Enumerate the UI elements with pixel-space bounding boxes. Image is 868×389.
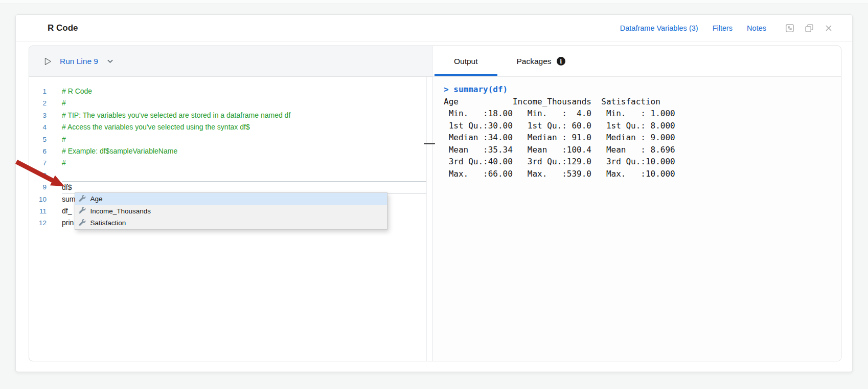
line-number: 7 — [29, 157, 47, 169]
autocomplete-item-label: Satisfaction — [90, 219, 126, 227]
autocomplete-dropdown: AgeIncome_ThousandsSatisfaction — [75, 192, 387, 230]
chevron-down-icon[interactable] — [105, 56, 116, 67]
line-number: 2 — [29, 97, 47, 109]
run-play-icon[interactable] — [42, 56, 53, 67]
expand-icon[interactable] — [785, 23, 795, 33]
line-number: 10 — [29, 193, 47, 205]
line-text: # — [62, 134, 426, 145]
close-icon[interactable] — [824, 23, 834, 33]
line-number: 9 — [29, 181, 47, 193]
autocomplete-item-income_thousands[interactable]: Income_Thousands — [75, 205, 387, 218]
line-text: # — [62, 97, 426, 109]
run-line-button[interactable]: Run Line 9 — [60, 57, 98, 66]
r-code-widget: R Code Dataframe Variables (3)FiltersNot… — [15, 14, 853, 372]
code-line[interactable]: 6# Example: df$sampleVariableName — [29, 145, 426, 157]
line-text: # TIP: The variables you've selected are… — [62, 110, 426, 121]
line-text: # Example: df$sampleVariableName — [62, 145, 426, 157]
splitter-handle-icon[interactable] — [424, 143, 435, 144]
output-pane: OutputPackagesi > summary(df) Age Income… — [432, 46, 841, 361]
autocomplete-item-label: Age — [90, 195, 103, 203]
tab-packages[interactable]: Packagesi — [497, 46, 585, 76]
autocomplete-item-label: Income_Thousands — [90, 207, 151, 215]
wrench-icon — [79, 195, 86, 204]
header-link-dataframe-variables-3[interactable]: Dataframe Variables (3) — [620, 24, 698, 32]
header-window-icons — [785, 23, 834, 33]
line-text: df$ — [62, 181, 426, 193]
screenshot-stage: R Code Dataframe Variables (3)FiltersNot… — [0, 0, 868, 389]
line-text — [62, 169, 426, 181]
tab-label: Output — [454, 57, 478, 66]
line-number: 8 — [29, 169, 47, 181]
code-line[interactable]: 7# — [29, 157, 426, 169]
code-line[interactable]: 9df$ — [29, 181, 426, 193]
code-line[interactable]: 5# — [29, 134, 426, 145]
header-links: Dataframe Variables (3)FiltersNotes — [620, 24, 766, 32]
summary-table-text: Age Income_Thousands Satisfaction Min. :… — [444, 96, 836, 180]
line-text: # Access the variables you've selected u… — [62, 121, 426, 133]
page-title: R Code — [48, 23, 78, 33]
line-text: # R Code — [62, 85, 426, 97]
code-line[interactable]: 4# Access the variables you've selected … — [29, 121, 426, 133]
code-line[interactable]: 1# R Code — [29, 85, 426, 97]
header-link-notes[interactable]: Notes — [747, 24, 766, 32]
line-number: 12 — [29, 217, 47, 229]
output-tabs: OutputPackagesi — [432, 46, 841, 77]
tab-label: Packages — [517, 57, 552, 66]
code-line[interactable]: 2# — [29, 97, 426, 109]
autocomplete-item-satisfaction[interactable]: Satisfaction — [75, 217, 387, 229]
editor-pane: Run Line 9 1# R Code2#3# TIP: The variab… — [29, 46, 432, 361]
header-actions: Dataframe Variables (3)FiltersNotes — [620, 23, 834, 33]
line-number: 4 — [29, 121, 47, 133]
editor-toolbar: Run Line 9 — [29, 46, 432, 77]
line-text: # — [62, 157, 426, 169]
line-number: 3 — [29, 110, 47, 121]
line-number: 6 — [29, 145, 47, 157]
header-link-filters[interactable]: Filters — [713, 24, 733, 32]
code-panel: Run Line 9 1# R Code2#3# TIP: The variab… — [29, 46, 841, 361]
info-icon[interactable]: i — [557, 57, 565, 66]
line-number: 5 — [29, 134, 47, 145]
widget-header: R Code Dataframe Variables (3)FiltersNot… — [16, 15, 852, 41]
line-number: 1 — [29, 85, 47, 97]
wrench-icon — [79, 207, 86, 215]
console-command: > summary(df) — [444, 83, 836, 96]
wrench-icon — [79, 219, 86, 228]
page-top-strip — [0, 0, 868, 4]
autocomplete-item-age[interactable]: Age — [75, 193, 387, 205]
pane-splitter[interactable] — [426, 77, 432, 361]
copy-icon[interactable] — [804, 23, 814, 33]
line-number: 11 — [29, 205, 47, 217]
tab-output[interactable]: Output — [435, 46, 497, 76]
console-output: > summary(df) Age Income_Thousands Satis… — [432, 77, 841, 361]
code-line[interactable]: 8 — [29, 169, 426, 181]
code-line[interactable]: 3# TIP: The variables you've selected ar… — [29, 110, 426, 121]
